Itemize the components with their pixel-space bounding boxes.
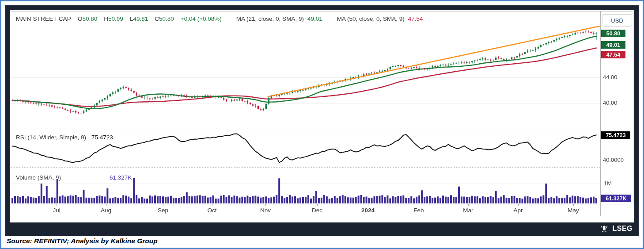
lseg-logo: LSEG [599,224,633,234]
lseg-crest-icon [599,225,609,233]
volume-legend: Volume (SMA, 9)61.327K [16,174,132,181]
ma50-label: MA (50, close, 0, SMA, 9) [337,15,405,22]
ma21-legend: MA (21, close, 0, SMA, 9) 49.01 [236,15,322,22]
close-value: C50.80 [155,15,174,22]
x-axis-label: Dec [312,207,322,214]
change-value: +0.04 (+0.08%) [181,15,222,22]
high-value: H50.99 [104,15,123,22]
rsi-label: RSI (14, Wilder, Simple, 9) [16,134,86,141]
source-attribution: Source: REFINITIV; Analysis by Kalkine G… [7,237,158,245]
x-axis-label: Apr [513,207,523,214]
x-axis-label: Oct [207,207,216,214]
rsi-value: 75.4723 [91,134,113,141]
x-axis: JulAugSepOctNovDec2024FebMarAprMay [10,207,634,216]
price-badge-last: 50.80 [601,30,625,37]
volume-value: 61.327K [110,174,132,181]
volume-value-badge: 61.327K [601,195,631,202]
currency-box[interactable]: USD [602,14,632,27]
volume-label: Volume (SMA, 9) [16,174,61,181]
chart-frame: MAIN STREET CAP O50.80 H50.99 L49.81 C50… [5,5,639,236]
ma50-legend: MA (50, close, 0, SMA, 9) 47.54 [337,15,423,22]
x-axis-label: Nov [260,207,271,214]
x-axis-label: 2024 [361,207,375,214]
price-tick-40: 40.00 [603,100,617,106]
symbol-label: MAIN STREET CAP [16,15,71,22]
chart-area: MAIN STREET CAP O50.80 H50.99 L49.81 C50… [10,10,634,222]
open-value: O50.80 [78,15,97,22]
price-badge-ma50: 47.54 [601,51,625,58]
price-badge-ma21: 49.01 [601,41,625,49]
rsi-legend: RSI (14, Wilder, Simple, 9)75.4723 [16,134,113,141]
price-chart-canvas[interactable] [10,10,634,222]
volume-tick-1m: 1M [604,180,612,187]
page: MAIN STREET CAP O50.80 H50.99 L49.81 C50… [0,0,644,249]
ma50-value: 47.54 [408,15,423,22]
x-axis-label: Aug [101,207,111,214]
x-axis-label: Mar [463,207,473,214]
low-value: L49.81 [130,15,148,22]
ma21-label: MA (21, close, 0, SMA, 9) [236,15,304,22]
x-axis-label: Feb [413,207,424,214]
rsi-tick-40: 40.0000 [603,157,624,163]
lseg-text: LSEG [612,225,633,233]
chart-legend: MAIN STREET CAP O50.80 H50.99 L49.81 C50… [16,15,423,22]
x-axis-label: Jul [53,207,60,214]
x-axis-label: Sep [158,207,168,214]
ma21-value: 49.01 [307,15,322,22]
rsi-value-badge: 75.4723 [601,131,630,139]
x-axis-label: May [568,207,579,214]
price-tick-44: 44.00 [603,74,617,80]
